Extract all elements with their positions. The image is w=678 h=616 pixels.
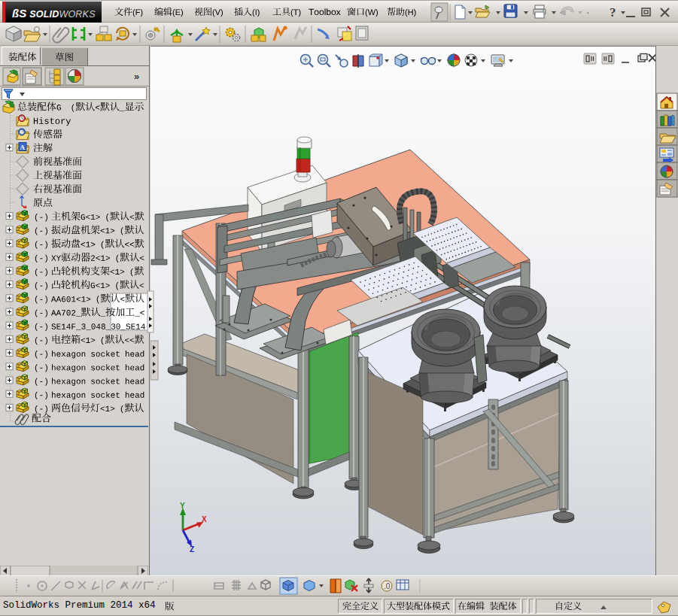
svg-text:·: · [586,6,590,18]
svg-text:.0: .0 [384,582,391,590]
svg-text:»: » [134,71,139,82]
svg-text:?: ? [610,5,616,20]
